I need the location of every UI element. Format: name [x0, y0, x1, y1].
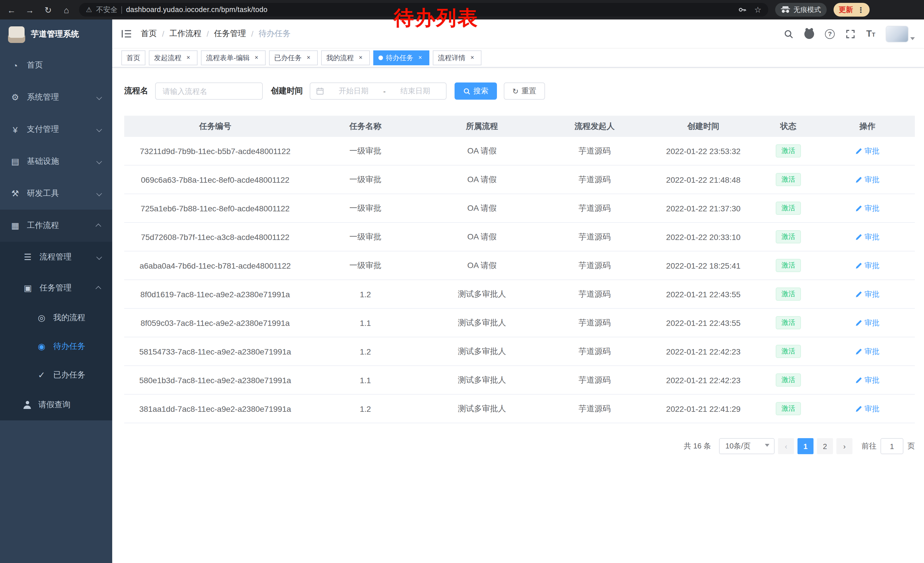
reset-button[interactable]: ↻ 重置	[504, 83, 545, 100]
sidebar-item-my-process[interactable]: ◎ 我的流程	[0, 303, 112, 332]
person-icon	[23, 401, 32, 409]
search-button[interactable]: 搜索	[454, 83, 497, 100]
cell-initiator: 芋道源码	[539, 289, 650, 299]
table-row: 069c6a63-7b8a-11ec-8ef0-acde48001122 一级审…	[124, 165, 915, 194]
approve-link[interactable]: 审批	[855, 318, 879, 328]
tab-form-edit[interactable]: 流程表单-编辑 ×	[201, 50, 266, 65]
update-button[interactable]: 更新 ⋮	[834, 3, 870, 17]
sidebar-item-todo-tasks[interactable]: ◉ 待办任务	[0, 332, 112, 361]
sidebar: 芋道管理系统 ◔ 首页 ⚙ 系统管理 ¥ 支付管理 ▤ 基础设施 ⚒ 研发工具 …	[0, 20, 112, 563]
approve-link[interactable]: 审批	[855, 232, 879, 242]
back-button[interactable]: ←	[6, 6, 17, 14]
sidebar-item-system[interactable]: ⚙ 系统管理	[0, 81, 112, 113]
reset-button-label: 重置	[522, 86, 536, 96]
gear-icon: ⚙	[10, 92, 20, 102]
next-page-button[interactable]: ›	[836, 438, 852, 454]
sidebar-item-leave-query[interactable]: 请假查询	[0, 389, 112, 420]
sidebar-item-dev-tools[interactable]: ⚒ 研发工具	[0, 177, 112, 210]
process-name-input[interactable]	[155, 83, 263, 100]
sidebar-item-payment[interactable]: ¥ 支付管理	[0, 113, 112, 146]
task-mgmt-icon: ▣	[23, 283, 33, 293]
close-icon[interactable]: ×	[304, 54, 313, 62]
breadcrumb-current: 待办任务	[258, 29, 291, 39]
my-process-icon: ◎	[37, 313, 46, 323]
prev-page-button[interactable]: ‹	[778, 438, 794, 454]
close-icon[interactable]: ×	[184, 54, 192, 62]
tab-todo-tasks[interactable]: 待办任务 ×	[373, 50, 429, 65]
cell-initiator: 芋道源码	[539, 174, 650, 185]
pagination: 共 16 条 10条/页 ‹ 1 2 › 前往 页	[124, 438, 915, 471]
date-range-picker[interactable]: 开始日期 - 结束日期	[310, 83, 447, 100]
home-button[interactable]: ⌂	[61, 6, 72, 14]
close-icon[interactable]: ×	[468, 54, 476, 62]
cell-task-id: 8f0d1619-7ac8-11ec-a9e2-a2380e71991a	[124, 290, 306, 299]
close-icon[interactable]: ×	[357, 54, 364, 62]
sidebar-item-process-mgmt[interactable]: ☰ 流程管理	[0, 242, 112, 273]
sidebar-item-workflow[interactable]: ▦ 工作流程	[0, 210, 112, 242]
close-icon[interactable]: ×	[416, 54, 424, 62]
table-header-row: 任务编号 任务名称 所属流程 流程发起人 创建时间 状态 操作	[124, 116, 915, 137]
approve-link-label: 审批	[864, 346, 879, 357]
process-list-icon: ☰	[23, 252, 33, 262]
status-badge: 激活	[776, 345, 801, 358]
goto-page-input[interactable]	[880, 438, 903, 454]
close-icon[interactable]: ×	[252, 54, 261, 62]
active-dot	[378, 56, 383, 60]
sidebar-item-label: 研发工具	[27, 188, 90, 199]
help-icon[interactable]: ?	[825, 29, 835, 39]
cell-task-name: 一级审批	[306, 232, 424, 242]
password-key-icon[interactable]	[738, 5, 747, 14]
search-icon[interactable]	[784, 29, 794, 39]
tab-process-detail[interactable]: 流程详情 ×	[433, 50, 482, 65]
tab-home[interactable]: 首页	[122, 50, 146, 65]
approve-link[interactable]: 审批	[855, 203, 879, 213]
cell-created: 2022-01-21 22:43:55	[650, 290, 757, 299]
font-size-icon[interactable]: TT	[866, 29, 875, 39]
approve-link[interactable]: 审批	[855, 146, 879, 156]
logo-avatar	[8, 26, 25, 43]
breadcrumb-workflow[interactable]: 工作流程	[170, 29, 201, 39]
approve-link[interactable]: 审批	[855, 375, 879, 385]
col-initiator: 流程发起人	[539, 121, 650, 131]
cell-process: OA 请假	[425, 260, 539, 270]
sidebar-item-label: 系统管理	[27, 92, 90, 102]
tab-start-process[interactable]: 发起流程 ×	[149, 50, 198, 65]
logo[interactable]: 芋道管理系统	[0, 20, 112, 49]
breadcrumb-task-mgmt[interactable]: 任务管理	[214, 29, 246, 39]
sidebar-item-task-mgmt[interactable]: ▣ 任务管理	[0, 273, 112, 303]
avatar[interactable]	[886, 26, 908, 42]
page-button-2[interactable]: 2	[817, 438, 833, 454]
tab-done-tasks[interactable]: 已办任务 ×	[269, 50, 318, 65]
sidebar-item-label: 已办任务	[53, 370, 102, 380]
cell-task-id: 73211d9d-7b9b-11ec-b5b7-acde48001122	[124, 146, 306, 156]
approve-link[interactable]: 审批	[855, 174, 879, 185]
breadcrumb-home[interactable]: 首页	[141, 29, 157, 39]
cell-created: 2022-01-21 22:42:23	[650, 347, 757, 356]
update-label: 更新	[839, 5, 853, 15]
cell-process: 测试多审批人	[425, 346, 539, 357]
tags-view-bar: 首页 发起流程 × 流程表单-编辑 × 已办任务 × 我的流程 × 待办任务 ×	[112, 48, 924, 68]
sidebar-item-infrastructure[interactable]: ▤ 基础设施	[0, 146, 112, 177]
table-row: 75d72608-7b7f-11ec-a3c8-acde48001122 一级审…	[124, 223, 915, 251]
bookmark-star-icon[interactable]: ☆	[754, 5, 761, 14]
approve-link[interactable]: 审批	[855, 404, 879, 414]
reload-button[interactable]: ↻	[42, 6, 54, 14]
page-size-select[interactable]: 10条/页	[719, 438, 775, 454]
sidebar-item-home[interactable]: ◔ 首页	[0, 49, 112, 81]
user-menu[interactable]	[886, 26, 915, 42]
approve-link[interactable]: 审批	[855, 346, 879, 357]
fullscreen-icon[interactable]	[846, 29, 855, 39]
calendar-icon	[316, 87, 324, 95]
sidebar-item-label: 请假查询	[38, 400, 102, 410]
page-button-1[interactable]: 1	[798, 438, 813, 454]
github-icon[interactable]	[804, 29, 814, 39]
browser-menu-icon[interactable]: ⋮	[857, 6, 864, 14]
cell-task-name: 一级审批	[306, 174, 424, 185]
sidebar-collapse-icon[interactable]	[122, 29, 132, 38]
sidebar-item-done-tasks[interactable]: ✓ 已办任务	[0, 361, 112, 389]
approve-link[interactable]: 审批	[855, 289, 879, 299]
table-row: 580e1b3d-7ac8-11ec-a9e2-a2380e71991a 1.1…	[124, 366, 915, 395]
approve-link[interactable]: 审批	[855, 260, 879, 270]
forward-button[interactable]: →	[24, 6, 36, 14]
tab-my-process[interactable]: 我的流程 ×	[321, 50, 370, 65]
